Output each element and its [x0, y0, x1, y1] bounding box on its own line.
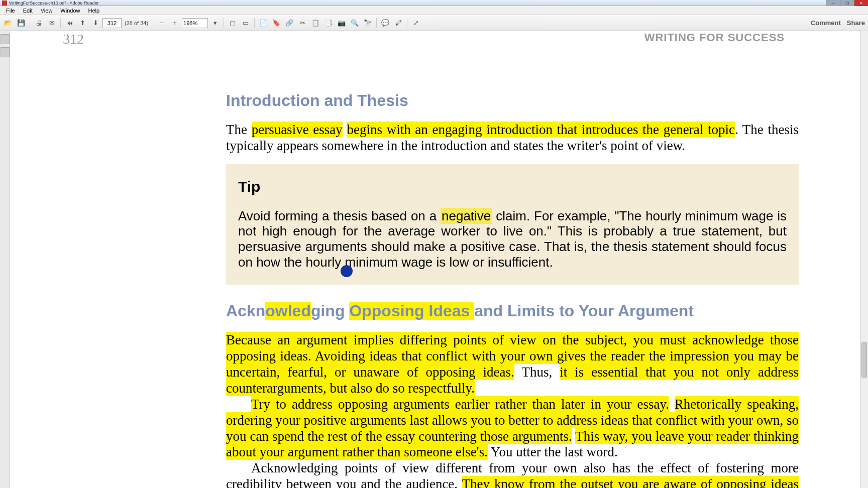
- next-page-button[interactable]: ⬇: [89, 17, 101, 29]
- sticky-note-button[interactable]: 💬: [379, 17, 391, 29]
- highlight: owled: [265, 302, 311, 320]
- thumbnails-tab-icon[interactable]: [1, 34, 10, 44]
- menu-window[interactable]: Window: [56, 8, 84, 14]
- open-file-button[interactable]: 📂: [2, 17, 14, 29]
- highlight: Opposing Ideas: [349, 302, 474, 320]
- running-head: WRITING FOR SUCCESS: [644, 31, 785, 44]
- link-button[interactable]: 🔗: [283, 17, 295, 29]
- email-button[interactable]: ✉: [46, 17, 58, 29]
- read-mode-button[interactable]: ⤢: [410, 17, 422, 29]
- vertical-scrollbar[interactable]: [860, 31, 868, 488]
- opposing-paragraph-2: Try to address opposing arguments earlie…: [226, 397, 799, 460]
- menu-help[interactable]: Help: [84, 8, 103, 14]
- intro-paragraph: The persuasive essay begins with an enga…: [226, 122, 799, 154]
- app-icon: [2, 1, 7, 6]
- highlight: begins with an engaging introduction tha…: [347, 121, 734, 138]
- binoculars-button[interactable]: 🔭: [362, 17, 374, 29]
- menu-file[interactable]: File: [2, 8, 19, 14]
- window-maximize-button[interactable]: ▢: [840, 0, 854, 6]
- opposing-paragraph-1: Because an argument implies differing po…: [226, 332, 799, 396]
- zoom-dropdown-button[interactable]: ▾: [209, 17, 221, 29]
- attachments-tab-icon[interactable]: [1, 47, 10, 57]
- menu-edit[interactable]: Edit: [19, 8, 37, 14]
- zoom-in-button[interactable]: +: [169, 17, 181, 29]
- document-viewport[interactable]: 312 WRITING FOR SUCCESS Introduction and…: [10, 31, 860, 488]
- pdf-page: 312 WRITING FOR SUCCESS Introduction and…: [10, 31, 860, 488]
- snapshot-button[interactable]: 📷: [336, 17, 348, 29]
- bookmark-button[interactable]: 🔖: [270, 17, 282, 29]
- opposing-paragraph-3: Acknowledging points of view different f…: [226, 460, 799, 488]
- toolbar: 📂 💾 🖨 ✉ ⏮ ⬆ ⬇ (28 of 34) − + ▾ ▢ ▭ 📄 🔖 🔗…: [0, 15, 868, 31]
- tip-heading: Tip: [238, 178, 787, 195]
- cut-button[interactable]: ✂: [296, 17, 308, 29]
- zoom-out-button[interactable]: −: [156, 17, 168, 29]
- cursor-indicator-icon: [341, 265, 353, 277]
- section-heading-intro: Introduction and Thesis: [226, 91, 799, 110]
- comment-panel-button[interactable]: Comment: [811, 19, 841, 27]
- tip-paragraph: Avoid forming a thesis based on a negati…: [238, 208, 787, 270]
- menu-bar: File Edit View Window Help: [0, 6, 868, 15]
- zoom-select[interactable]: [182, 18, 208, 28]
- left-nav-pane: [0, 31, 10, 488]
- window-minimize-button[interactable]: ─: [826, 0, 840, 6]
- highlight: Try to address opposing arguments earlie…: [251, 396, 669, 412]
- window-close-button[interactable]: ✕: [854, 0, 868, 6]
- highlight: persuasive essay: [252, 121, 343, 138]
- fit-width-button[interactable]: ▭: [240, 17, 252, 29]
- find-button[interactable]: 🔍: [349, 17, 361, 29]
- share-panel-button[interactable]: Share: [847, 19, 865, 27]
- tip-box: Tip Avoid forming a thesis based on a ne…: [226, 164, 799, 285]
- section-heading-opposing: Acknowledging Opposing Ideas and Limits …: [226, 302, 799, 320]
- insert-page-button[interactable]: 📄: [257, 17, 269, 29]
- highlight-button[interactable]: 🖍: [392, 17, 404, 29]
- save-button[interactable]: 💾: [15, 17, 27, 29]
- page-count-label: (28 of 34): [123, 20, 150, 26]
- page-number-label: 312: [63, 31, 84, 47]
- window-title: WritingForSuccess-ch10.pdf - Adobe Reade…: [9, 1, 98, 6]
- first-page-button[interactable]: ⏮: [63, 17, 75, 29]
- search-highlight: negative: [441, 208, 492, 224]
- prev-page-button[interactable]: ⬆: [76, 17, 88, 29]
- fit-page-button[interactable]: ▢: [227, 17, 239, 29]
- page-number-input[interactable]: [102, 18, 122, 28]
- menu-view[interactable]: View: [37, 8, 57, 14]
- print-button[interactable]: 🖨: [33, 17, 45, 29]
- copy-button[interactable]: 📋: [309, 17, 321, 29]
- paste-button[interactable]: 📑: [322, 17, 335, 29]
- window-titlebar: WritingForSuccess-ch10.pdf - Adobe Reade…: [0, 0, 868, 6]
- scrollbar-thumb[interactable]: [861, 342, 867, 378]
